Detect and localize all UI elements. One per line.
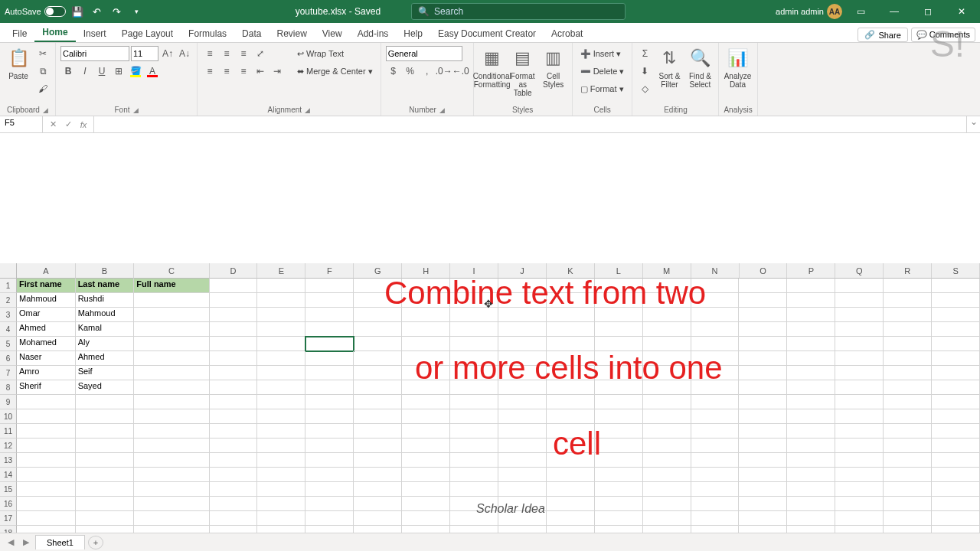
cell-M2[interactable]: [643, 293, 691, 308]
cell-N6[interactable]: [691, 351, 740, 366]
cell-C16[interactable]: [134, 497, 209, 511]
cell-K4[interactable]: [547, 322, 595, 337]
cell-D18[interactable]: [210, 526, 258, 533]
cell-G18[interactable]: [354, 526, 402, 533]
cell-R15[interactable]: [884, 482, 932, 497]
cell-C8[interactable]: [134, 380, 209, 395]
cell-P5[interactable]: [787, 337, 835, 351]
row-header-8[interactable]: 8: [0, 380, 17, 395]
cell-D11[interactable]: [210, 424, 258, 439]
cell-L2[interactable]: [595, 293, 643, 308]
cell-Q12[interactable]: [835, 439, 884, 453]
cell-Q5[interactable]: [835, 337, 884, 351]
autosave-toggle[interactable]: AutoSave: [5, 6, 66, 17]
cell-O18[interactable]: [739, 526, 787, 533]
cut-icon[interactable]: ✂: [35, 46, 51, 61]
column-header-G[interactable]: G: [354, 263, 402, 279]
cell-O17[interactable]: [739, 511, 787, 526]
enter-formula-icon[interactable]: ✓: [61, 119, 75, 129]
cell-P11[interactable]: [787, 424, 835, 439]
add-sheet-button[interactable]: +: [88, 536, 103, 549]
increase-font-icon[interactable]: A↑: [160, 46, 175, 61]
cell-M7[interactable]: [643, 366, 691, 380]
cell-B9[interactable]: [76, 395, 135, 409]
cell-E10[interactable]: [257, 409, 305, 424]
cell-P10[interactable]: [787, 409, 835, 424]
cell-I11[interactable]: [450, 424, 498, 439]
cell-C10[interactable]: [134, 409, 209, 424]
cell-Q3[interactable]: [835, 308, 884, 322]
cell-A16[interactable]: [17, 497, 76, 511]
cell-C3[interactable]: [134, 308, 209, 322]
column-header-S[interactable]: S: [932, 263, 980, 279]
cell-L5[interactable]: [595, 337, 643, 351]
align-middle-icon[interactable]: ≡: [219, 46, 234, 61]
cell-S5[interactable]: [932, 337, 980, 351]
tab-help[interactable]: Help: [396, 25, 430, 42]
cell-N12[interactable]: [691, 439, 740, 453]
tab-prev-icon[interactable]: ◀: [5, 537, 17, 547]
cell-A9[interactable]: [17, 395, 76, 409]
cell-B14[interactable]: [76, 468, 135, 482]
cell-G15[interactable]: [354, 482, 402, 497]
cell-N11[interactable]: [691, 424, 740, 439]
underline-button[interactable]: U: [94, 64, 109, 79]
cell-S3[interactable]: [932, 308, 980, 322]
row-header-7[interactable]: 7: [0, 366, 17, 380]
cell-A10[interactable]: [17, 409, 76, 424]
column-header-M[interactable]: M: [643, 263, 691, 279]
cell-R2[interactable]: [884, 293, 932, 308]
row-header-5[interactable]: 5: [0, 337, 17, 351]
user-avatar[interactable]: AA: [827, 4, 842, 19]
cell-E14[interactable]: [257, 468, 305, 482]
tab-review[interactable]: Review: [269, 25, 314, 42]
cell-B16[interactable]: [76, 497, 135, 511]
cell-N15[interactable]: [691, 482, 740, 497]
cell-J15[interactable]: [498, 482, 547, 497]
cell-D2[interactable]: [210, 293, 258, 308]
cell-O14[interactable]: [739, 468, 787, 482]
cell-Q1[interactable]: [835, 279, 884, 293]
cell-E15[interactable]: [257, 482, 305, 497]
cell-N3[interactable]: [691, 308, 740, 322]
cell-L1[interactable]: [595, 279, 643, 293]
alignment-launcher[interactable]: ◢: [305, 106, 310, 114]
cell-P3[interactable]: [787, 308, 835, 322]
cell-D14[interactable]: [210, 468, 258, 482]
tab-formulas[interactable]: Formulas: [181, 25, 234, 42]
cell-I14[interactable]: [450, 468, 498, 482]
cancel-formula-icon[interactable]: ✕: [46, 119, 60, 129]
cell-E2[interactable]: [257, 293, 305, 308]
cell-D10[interactable]: [210, 409, 258, 424]
merge-center-button[interactable]: ⬌Merge & Center ▾: [294, 64, 376, 79]
cell-M10[interactable]: [643, 409, 691, 424]
cell-A2[interactable]: Mahmoud: [17, 293, 76, 308]
cell-N13[interactable]: [691, 453, 740, 468]
cell-M13[interactable]: [643, 453, 691, 468]
cell-B13[interactable]: [76, 453, 135, 468]
cell-N9[interactable]: [691, 395, 740, 409]
cell-R10[interactable]: [884, 409, 932, 424]
cell-L18[interactable]: [595, 526, 643, 533]
cell-I12[interactable]: [450, 439, 498, 453]
cell-R12[interactable]: [884, 439, 932, 453]
cell-J11[interactable]: [498, 424, 547, 439]
cell-M16[interactable]: [643, 497, 691, 511]
cell-A1[interactable]: First name: [17, 279, 76, 293]
cell-P7[interactable]: [787, 366, 835, 380]
cell-D1[interactable]: [210, 279, 258, 293]
row-header-14[interactable]: 14: [0, 468, 17, 482]
fill-icon[interactable]: ⬇: [637, 64, 652, 79]
cell-D4[interactable]: [210, 322, 258, 337]
cell-O6[interactable]: [739, 351, 787, 366]
cell-R3[interactable]: [884, 308, 932, 322]
cell-J8[interactable]: [498, 380, 547, 395]
align-top-icon[interactable]: ≡: [202, 46, 217, 61]
tab-view[interactable]: View: [315, 25, 350, 42]
cell-L12[interactable]: [595, 439, 643, 453]
cell-K18[interactable]: [547, 526, 595, 533]
cell-C14[interactable]: [134, 468, 209, 482]
cell-L6[interactable]: [595, 351, 643, 366]
cell-K1[interactable]: [547, 279, 595, 293]
cell-S17[interactable]: [932, 511, 980, 526]
